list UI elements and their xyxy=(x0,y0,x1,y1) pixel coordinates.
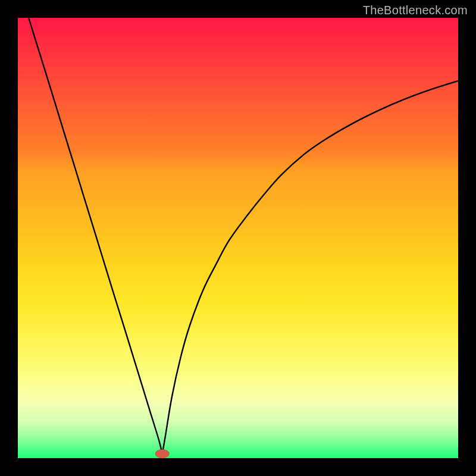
watermark-text: TheBottleneck.com xyxy=(363,4,468,17)
curve-bottleneck-right xyxy=(162,81,458,454)
optimal-point-marker xyxy=(155,449,170,458)
chart-frame: TheBottleneck.com xyxy=(0,0,476,476)
chart-svg xyxy=(18,18,458,458)
curve-bottleneck-left xyxy=(18,18,162,454)
plot-area xyxy=(18,18,458,458)
